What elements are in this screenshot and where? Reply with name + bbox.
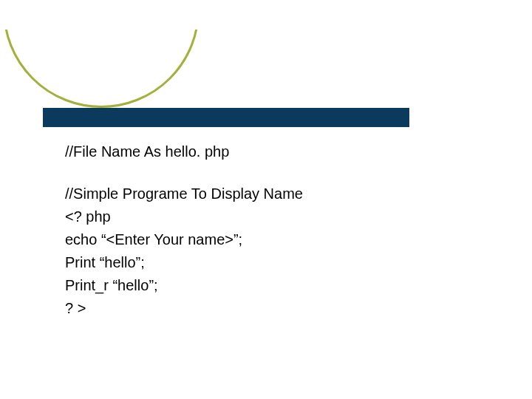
code-line: <? php bbox=[65, 205, 479, 228]
code-line: Print_r “hello”; bbox=[65, 274, 479, 297]
slide: //File Name As hello. php //Simple Progr… bbox=[0, 0, 532, 399]
code-line: //Simple Programe To Display Name bbox=[65, 183, 479, 205]
code-line: //File Name As hello. php bbox=[65, 140, 479, 163]
code-line: Print “hello”; bbox=[65, 251, 479, 274]
paragraph-1: //File Name As hello. php bbox=[65, 140, 479, 163]
paragraph-2: //Simple Programe To Display Name <? php… bbox=[65, 183, 479, 320]
decorative-arc-mask bbox=[0, 0, 532, 30]
code-line: echo “<Enter Your name>”; bbox=[65, 228, 479, 251]
code-line: ? > bbox=[65, 297, 479, 320]
title-bar bbox=[43, 108, 409, 127]
body-text: //File Name As hello. php //Simple Progr… bbox=[65, 140, 479, 339]
